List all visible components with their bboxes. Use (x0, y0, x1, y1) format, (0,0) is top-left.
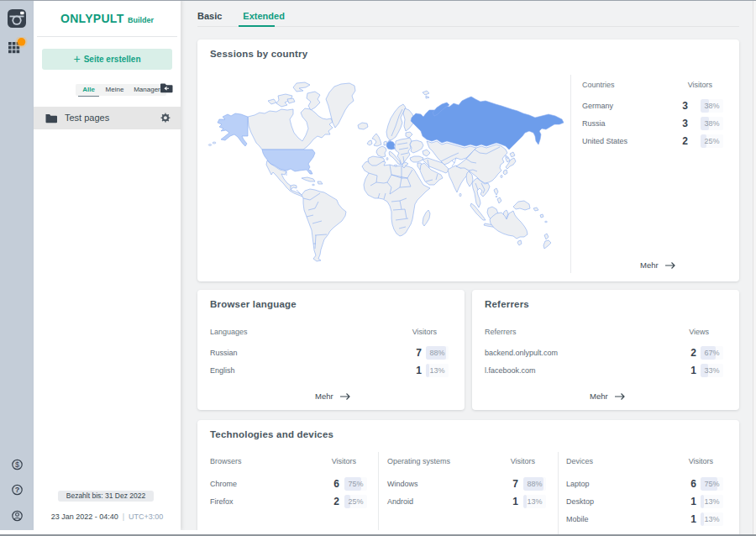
svg-text:?: ? (15, 486, 20, 494)
svg-text:$: $ (15, 460, 19, 469)
